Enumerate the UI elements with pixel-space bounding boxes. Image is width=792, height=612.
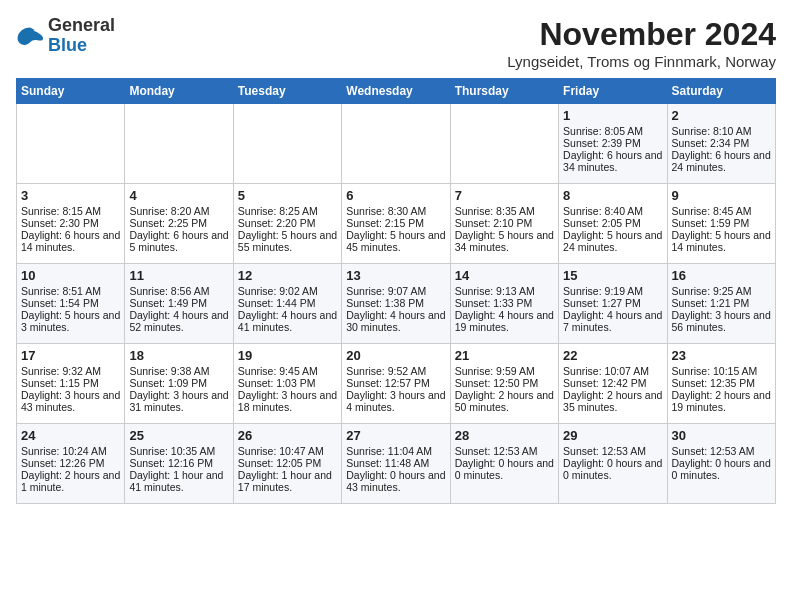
day-info-line: Daylight: 3 hours and 43 minutes. <box>21 389 120 413</box>
calendar-cell: 6Sunrise: 8:30 AMSunset: 2:15 PMDaylight… <box>342 184 450 264</box>
day-info-line: Daylight: 2 hours and 1 minute. <box>21 469 120 493</box>
weekday-header-saturday: Saturday <box>667 79 775 104</box>
day-info-line: Daylight: 5 hours and 55 minutes. <box>238 229 337 253</box>
calendar-cell: 4Sunrise: 8:20 AMSunset: 2:25 PMDaylight… <box>125 184 233 264</box>
day-info-line: Daylight: 5 hours and 14 minutes. <box>672 229 771 253</box>
day-info-line: Sunset: 12:16 PM <box>129 457 228 469</box>
calendar-cell: 24Sunrise: 10:24 AMSunset: 12:26 PMDayli… <box>17 424 125 504</box>
day-info-line: Sunset: 1:03 PM <box>238 377 337 389</box>
day-info-line: Sunset: 1:21 PM <box>672 297 771 309</box>
day-info-line: Sunset: 2:30 PM <box>21 217 120 229</box>
day-number: 4 <box>129 188 228 203</box>
day-info-line: Daylight: 1 hour and 41 minutes. <box>129 469 228 493</box>
day-info-line: Sunset: 2:05 PM <box>563 217 662 229</box>
day-number: 28 <box>455 428 554 443</box>
day-info-line: Sunrise: 9:45 AM <box>238 365 337 377</box>
calendar-cell: 15Sunrise: 9:19 AMSunset: 1:27 PMDayligh… <box>559 264 667 344</box>
day-info-line: Sunset: 2:15 PM <box>346 217 445 229</box>
calendar-cell <box>450 104 558 184</box>
calendar-cell: 26Sunrise: 10:47 AMSunset: 12:05 PMDayli… <box>233 424 341 504</box>
day-info-line: Daylight: 4 hours and 19 minutes. <box>455 309 554 333</box>
day-info-line: Daylight: 5 hours and 45 minutes. <box>346 229 445 253</box>
calendar-cell: 27Sunrise: 11:04 AMSunset: 11:48 AMDayli… <box>342 424 450 504</box>
day-number: 2 <box>672 108 771 123</box>
calendar-table: SundayMondayTuesdayWednesdayThursdayFrid… <box>16 78 776 504</box>
day-info-line: Sunset: 2:34 PM <box>672 137 771 149</box>
day-info-line: Sunrise: 9:07 AM <box>346 285 445 297</box>
calendar-cell: 18Sunrise: 9:38 AMSunset: 1:09 PMDayligh… <box>125 344 233 424</box>
day-info-line: Sunset: 12:50 PM <box>455 377 554 389</box>
day-info-line: Sunset: 12:53 AM <box>672 445 771 457</box>
day-info-line: Sunrise: 8:20 AM <box>129 205 228 217</box>
day-info-line: Sunrise: 8:45 AM <box>672 205 771 217</box>
calendar-cell <box>125 104 233 184</box>
logo-bird-icon <box>16 24 44 48</box>
day-number: 19 <box>238 348 337 363</box>
title-block: November 2024 Lyngseidet, Troms og Finnm… <box>507 16 776 70</box>
calendar-cell: 19Sunrise: 9:45 AMSunset: 1:03 PMDayligh… <box>233 344 341 424</box>
day-info-line: Daylight: 6 hours and 34 minutes. <box>563 149 662 173</box>
day-info-line: Sunrise: 8:10 AM <box>672 125 771 137</box>
day-info-line: Sunrise: 11:04 AM <box>346 445 445 457</box>
day-info-line: Sunrise: 9:25 AM <box>672 285 771 297</box>
logo-general: General <box>48 15 115 35</box>
week-row-0: 1Sunrise: 8:05 AMSunset: 2:39 PMDaylight… <box>17 104 776 184</box>
weekday-header-sunday: Sunday <box>17 79 125 104</box>
calendar-cell: 1Sunrise: 8:05 AMSunset: 2:39 PMDaylight… <box>559 104 667 184</box>
day-info-line: Sunrise: 8:40 AM <box>563 205 662 217</box>
day-info-line: Daylight: 2 hours and 50 minutes. <box>455 389 554 413</box>
day-info-line: Daylight: 4 hours and 41 minutes. <box>238 309 337 333</box>
day-info-line: Sunset: 1:44 PM <box>238 297 337 309</box>
day-info-line: Sunrise: 10:24 AM <box>21 445 120 457</box>
day-number: 24 <box>21 428 120 443</box>
day-info-line: Daylight: 5 hours and 34 minutes. <box>455 229 554 253</box>
calendar-cell: 9Sunrise: 8:45 AMSunset: 1:59 PMDaylight… <box>667 184 775 264</box>
day-info-line: Sunset: 1:33 PM <box>455 297 554 309</box>
calendar-cell <box>233 104 341 184</box>
day-info-line: Daylight: 2 hours and 19 minutes. <box>672 389 771 413</box>
day-number: 5 <box>238 188 337 203</box>
week-row-1: 3Sunrise: 8:15 AMSunset: 2:30 PMDaylight… <box>17 184 776 264</box>
day-info-line: Sunset: 1:49 PM <box>129 297 228 309</box>
day-info-line: Sunset: 12:57 PM <box>346 377 445 389</box>
day-info-line: Daylight: 0 hours and 0 minutes. <box>563 457 662 481</box>
day-number: 10 <box>21 268 120 283</box>
calendar-cell: 20Sunrise: 9:52 AMSunset: 12:57 PMDaylig… <box>342 344 450 424</box>
day-info-line: Sunrise: 9:59 AM <box>455 365 554 377</box>
weekday-header-row: SundayMondayTuesdayWednesdayThursdayFrid… <box>17 79 776 104</box>
weekday-header-monday: Monday <box>125 79 233 104</box>
day-info-line: Sunset: 1:15 PM <box>21 377 120 389</box>
calendar-cell <box>342 104 450 184</box>
calendar-cell: 29Sunset: 12:53 AMDaylight: 0 hours and … <box>559 424 667 504</box>
day-info-line: Daylight: 5 hours and 24 minutes. <box>563 229 662 253</box>
day-info-line: Sunset: 11:48 AM <box>346 457 445 469</box>
day-info-line: Sunset: 12:42 PM <box>563 377 662 389</box>
day-info-line: Daylight: 6 hours and 5 minutes. <box>129 229 228 253</box>
logo: General Blue <box>16 16 115 56</box>
day-number: 21 <box>455 348 554 363</box>
weekday-header-friday: Friday <box>559 79 667 104</box>
week-row-3: 17Sunrise: 9:32 AMSunset: 1:15 PMDayligh… <box>17 344 776 424</box>
calendar-cell: 2Sunrise: 8:10 AMSunset: 2:34 PMDaylight… <box>667 104 775 184</box>
day-number: 30 <box>672 428 771 443</box>
day-info-line: Sunset: 12:26 PM <box>21 457 120 469</box>
day-number: 29 <box>563 428 662 443</box>
day-number: 25 <box>129 428 228 443</box>
day-info-line: Daylight: 1 hour and 17 minutes. <box>238 469 337 493</box>
day-info-line: Sunrise: 8:25 AM <box>238 205 337 217</box>
month-title: November 2024 <box>507 16 776 53</box>
day-info-line: Sunrise: 8:15 AM <box>21 205 120 217</box>
calendar-cell: 5Sunrise: 8:25 AMSunset: 2:20 PMDaylight… <box>233 184 341 264</box>
day-number: 12 <box>238 268 337 283</box>
day-number: 23 <box>672 348 771 363</box>
day-info-line: Sunset: 2:39 PM <box>563 137 662 149</box>
day-number: 15 <box>563 268 662 283</box>
day-info-line: Daylight: 3 hours and 56 minutes. <box>672 309 771 333</box>
logo-blue-text: Blue <box>48 35 87 55</box>
day-info-line: Daylight: 4 hours and 30 minutes. <box>346 309 445 333</box>
day-info-line: Sunrise: 10:07 AM <box>563 365 662 377</box>
day-number: 13 <box>346 268 445 283</box>
day-info-line: Sunrise: 9:32 AM <box>21 365 120 377</box>
day-info-line: Sunrise: 8:30 AM <box>346 205 445 217</box>
calendar-cell: 8Sunrise: 8:40 AMSunset: 2:05 PMDaylight… <box>559 184 667 264</box>
